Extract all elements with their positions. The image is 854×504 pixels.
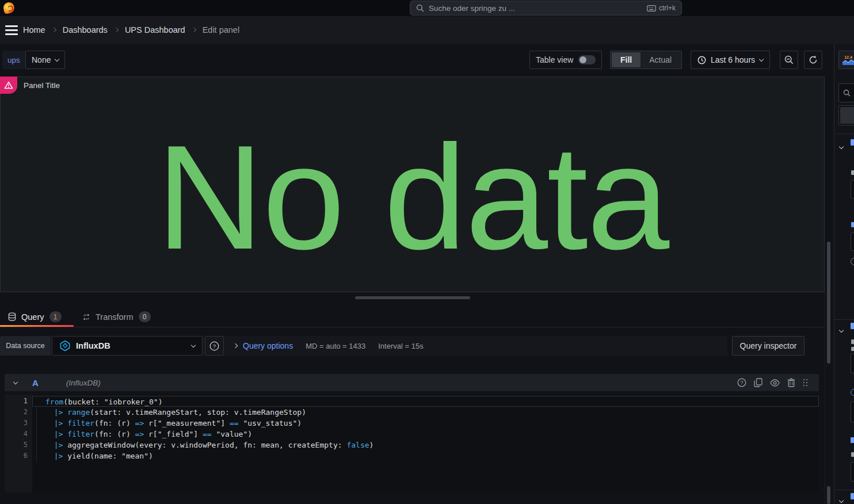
query-options-label: Query options xyxy=(243,341,293,350)
tab-query[interactable]: Query 1 xyxy=(8,307,62,327)
query-count-badge: 1 xyxy=(49,311,62,322)
field-label-fragment xyxy=(851,222,854,227)
sidebar-divider xyxy=(834,133,854,134)
fill-actual-switch: Fill Actual xyxy=(610,51,682,69)
tab-query-label: Query xyxy=(21,312,44,322)
breadcrumb-dashboards[interactable]: Dashboards xyxy=(63,25,108,35)
options-filter-control[interactable] xyxy=(838,105,854,125)
datasource-label: Data source xyxy=(0,336,51,356)
chevron-right-icon xyxy=(51,28,56,32)
table-view-toggle[interactable] xyxy=(578,55,596,64)
sidebar-divider xyxy=(834,319,854,320)
option-toggle-partial[interactable] xyxy=(851,258,854,265)
field-label-fragment xyxy=(851,347,854,351)
menu-toggle-icon[interactable] xyxy=(0,16,23,44)
transform-icon xyxy=(82,313,90,321)
query-row-actions: ? xyxy=(737,374,809,391)
query-help-icon[interactable]: ? xyxy=(737,378,746,387)
keyboard-icon xyxy=(647,5,656,12)
nav-bar: Home Dashboards UPS Dashboard Edit panel xyxy=(0,16,854,44)
query-inspector-button[interactable]: Query inspector xyxy=(732,336,805,356)
delete-query-icon[interactable] xyxy=(787,378,795,387)
pane-resize-handle[interactable] xyxy=(355,296,470,299)
actual-button[interactable]: Actual xyxy=(640,52,680,67)
datasource-name: InfluxDB xyxy=(76,341,186,350)
duplicate-query-icon[interactable] xyxy=(754,378,762,387)
breadcrumb-home[interactable]: Home xyxy=(23,25,45,35)
panel-preview[interactable]: Panel Title No data xyxy=(0,77,825,292)
interval-stat: Interval = 15s xyxy=(378,342,423,350)
zoom-out-button[interactable] xyxy=(780,51,798,69)
chevron-right-icon xyxy=(233,343,238,348)
search-placeholder: Suche oder springe zu ... xyxy=(429,4,642,13)
grafana-logo-icon[interactable] xyxy=(2,1,16,14)
hide-query-icon[interactable] xyxy=(770,379,780,387)
query-ref-id: A xyxy=(32,378,39,388)
option-input-partial[interactable] xyxy=(851,232,854,251)
table-view-group: Table view xyxy=(529,51,602,69)
scrollbar-thumb[interactable] xyxy=(827,486,830,504)
code-line[interactable]: 5 |> aggregateWindow(every: v.windowPeri… xyxy=(5,440,819,450)
refresh-button[interactable] xyxy=(804,51,822,69)
drag-handle-icon[interactable] xyxy=(803,379,809,387)
grafana-app: Suche oder springe zu ... ctrl+k Home Da… xyxy=(0,0,854,504)
chevron-down-icon xyxy=(191,342,196,347)
active-tab-underline xyxy=(0,325,74,327)
options-section-chevron-icon[interactable] xyxy=(840,140,843,151)
options-sidebar: 12.4 S xyxy=(834,44,854,504)
flux-code-editor[interactable]: 1from(bucket: "iobroker_0")2 |> range(st… xyxy=(5,395,819,492)
time-range-picker[interactable]: Last 6 hours xyxy=(691,51,770,69)
option-input-partial[interactable] xyxy=(851,180,854,198)
transform-count-badge: 0 xyxy=(139,311,151,322)
option-radio-partial[interactable] xyxy=(851,389,854,396)
clock-icon xyxy=(697,56,706,64)
template-variable-value: None xyxy=(32,55,51,64)
options-search-input[interactable] xyxy=(838,83,854,102)
influxdb-logo-icon xyxy=(59,340,71,352)
section-title-fragment xyxy=(851,323,854,329)
top-bar: Suche oder springe zu ... ctrl+k xyxy=(0,0,854,16)
field-label-fragment xyxy=(851,339,854,344)
database-icon xyxy=(8,312,16,321)
datasource-help-button[interactable]: ? xyxy=(205,336,224,356)
svg-text:?: ? xyxy=(213,343,216,349)
stat-panel-icon: 12.4 xyxy=(842,55,854,65)
tab-transform[interactable]: Transform 0 xyxy=(82,307,151,327)
datasource-picker[interactable]: InfluxDB xyxy=(52,336,203,356)
code-editor-lines: 1from(bucket: "iobroker_0")2 |> range(st… xyxy=(5,395,819,461)
visualization-picker-button[interactable]: 12.4 S xyxy=(838,51,854,69)
section-title-fragment xyxy=(851,139,854,146)
zoom-out-icon xyxy=(784,55,794,64)
options-section-chevron-icon[interactable] xyxy=(840,324,843,334)
field-label-fragment xyxy=(851,452,854,457)
option-input-partial[interactable] xyxy=(851,354,854,373)
scrollbar-thumb[interactable] xyxy=(827,242,830,364)
code-line[interactable]: 2 |> range(start: v.timeRangeStart, stop… xyxy=(5,407,819,418)
code-line[interactable]: 6 |> yield(name: "mean") xyxy=(5,450,819,461)
code-line[interactable]: 3 |> filter(fn: (r) => r["_measurement"]… xyxy=(5,418,819,429)
query-datasource-hint: (InfluxDB) xyxy=(66,379,101,387)
option-input-partial[interactable] xyxy=(851,462,854,482)
options-section-chevron-icon[interactable] xyxy=(840,494,843,504)
query-options-toggle[interactable]: Query options xyxy=(234,341,293,350)
query-transform-tabs: Query 1 Transform 0 xyxy=(0,307,825,327)
tag-ups[interactable]: ups xyxy=(2,51,25,69)
fill-button[interactable]: Fill xyxy=(612,52,640,67)
chevron-down-icon xyxy=(759,56,764,61)
global-search-input[interactable]: Suche oder springe zu ... ctrl+k xyxy=(410,1,682,16)
edit-toolbar: ups None Table view Fill Actual Last 6 h… xyxy=(0,44,825,77)
chevron-down-icon xyxy=(55,56,59,61)
query-row-header[interactable]: A (InfluxDB) ? xyxy=(5,374,819,391)
chevron-right-icon xyxy=(114,28,119,32)
collapse-chevron-icon[interactable] xyxy=(13,379,18,384)
template-variable-dropdown[interactable]: None xyxy=(25,51,65,69)
breadcrumb: Home Dashboards UPS Dashboard Edit panel xyxy=(23,25,239,35)
breadcrumb-edit-panel: Edit panel xyxy=(203,25,240,35)
code-line[interactable]: 1from(bucket: "iobroker_0") xyxy=(5,396,819,407)
code-line[interactable]: 4 |> filter(fn: (r) => r["_field"] == "v… xyxy=(5,429,819,440)
breadcrumb-ups-dashboard[interactable]: UPS Dashboard xyxy=(125,25,185,35)
table-view-label: Table view xyxy=(536,55,573,64)
chevron-right-icon xyxy=(191,28,196,32)
option-input-partial[interactable] xyxy=(851,402,854,422)
link-fragment[interactable] xyxy=(851,437,854,443)
